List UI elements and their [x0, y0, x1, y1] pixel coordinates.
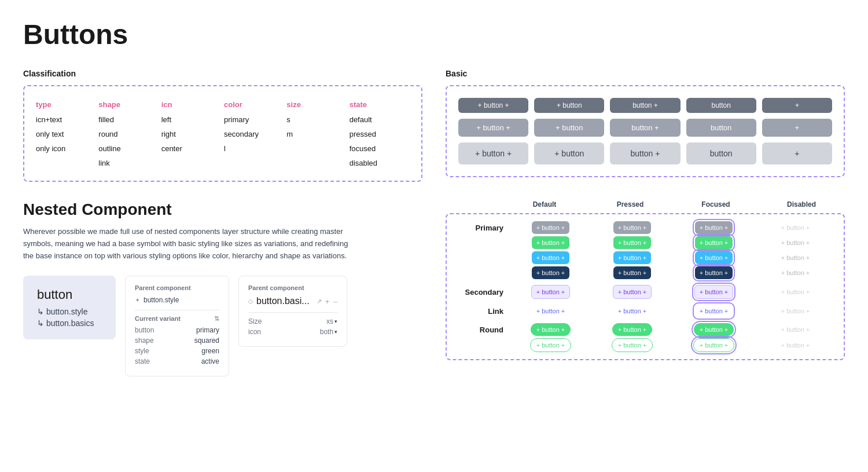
primary-focused-green[interactable]: + button +	[695, 236, 733, 249]
secondary-focused[interactable]: + button +	[694, 285, 734, 299]
round-default-outline[interactable]: + button +	[530, 338, 572, 352]
state-col-empty	[448, 200, 500, 208]
basic-btn-r2c1[interactable]: + button +	[458, 119, 528, 137]
primary-default-gray[interactable]: + button +	[532, 221, 570, 234]
size-row4	[286, 157, 347, 169]
component-main: button	[37, 287, 102, 302]
primary-focused-dark[interactable]: + button +	[695, 266, 733, 279]
basic-btn-r3c4[interactable]: button	[686, 142, 756, 164]
primary-default-blue[interactable]: + button +	[532, 251, 570, 264]
icn-row3: center	[161, 142, 222, 155]
basic-btn-r1c5[interactable]: +	[762, 98, 832, 113]
type-row1: icn+text	[36, 114, 96, 126]
link-default[interactable]: + button +	[532, 305, 570, 317]
basic-btn-r2c5[interactable]: +	[762, 119, 832, 137]
size-row2: m	[286, 128, 347, 140]
link-focused[interactable]: + button +	[695, 305, 733, 317]
states-dashed-box: Primary + button + + button + + button +…	[446, 213, 845, 360]
panel1-row-shape: shape squared	[135, 336, 219, 345]
secondary-pressed[interactable]: + button +	[613, 285, 652, 299]
nested-description: Wherever possible we made full use of ne…	[23, 226, 359, 262]
col-header-color: color	[224, 98, 284, 111]
round-focused-filled[interactable]: + button +	[694, 323, 734, 336]
shape-row4: link	[98, 157, 159, 169]
panel2-title: Parent component	[248, 284, 337, 291]
col-header-shape: shape	[98, 98, 159, 111]
state-row3: focused	[350, 142, 410, 155]
round-label: Round	[456, 325, 508, 334]
nested-section: Nested Component Wherever possible we ma…	[23, 200, 422, 376]
plus-icon-panel2[interactable]: +	[325, 297, 330, 306]
nested-demo: button ↳ button.style ↳ button.basics Pa…	[23, 276, 422, 376]
chevron-icon-size: ▾	[334, 319, 337, 324]
panel1-component: ✦ button.style	[135, 296, 219, 304]
diamond-icon-panel2: ◇	[248, 298, 253, 305]
round-disabled-filled[interactable]: + button +	[775, 323, 816, 336]
panel2-row-size: Size xs ▾	[248, 317, 337, 325]
page-title: Buttons	[23, 19, 845, 50]
classification-title: Classification	[23, 69, 422, 78]
basic-btn-r2c2[interactable]: + button	[534, 119, 604, 137]
panel1-row-button: button primary	[135, 326, 219, 334]
primary-default-dark[interactable]: + button +	[532, 266, 570, 279]
nested-component-tree: button ↳ button.style ↳ button.basics	[23, 276, 116, 339]
basic-btn-r3c2[interactable]: + button	[534, 142, 604, 164]
dots-icon-panel2[interactable]: ···	[333, 297, 337, 306]
basic-btn-r3c3[interactable]: button +	[610, 142, 680, 164]
secondary-default[interactable]: + button +	[531, 285, 571, 299]
classification-box: type shape icn color size state icn+text…	[23, 85, 422, 182]
primary-focused-blue[interactable]: + button +	[695, 251, 733, 264]
color-row2: secondary	[224, 128, 284, 140]
basic-title: Basic	[446, 69, 845, 78]
basic-btn-r1c4[interactable]: button	[686, 98, 756, 113]
primary-default-green[interactable]: + button +	[532, 236, 570, 249]
primary-disabled-dark[interactable]: + button +	[777, 266, 815, 279]
basic-btn-r1c2[interactable]: + button	[534, 98, 604, 113]
type-row4	[36, 157, 96, 169]
panel1-row-style: style green	[135, 347, 219, 355]
arrows-icon: ⇅	[214, 315, 219, 323]
secondary-disabled[interactable]: + button +	[777, 286, 815, 298]
link-label: Link	[456, 307, 508, 316]
basic-btn-r1c1[interactable]: + button +	[458, 98, 528, 113]
col-header-state: state	[350, 98, 410, 111]
secondary-label: Secondary	[456, 288, 508, 297]
nested-title: Nested Component	[23, 200, 422, 219]
primary-pressed-green[interactable]: + button +	[613, 236, 652, 249]
primary-disabled-gray[interactable]: + button +	[777, 221, 815, 234]
primary-label: Primary	[456, 224, 508, 232]
col-header-focused: Focused	[675, 200, 757, 208]
round-pressed-outline[interactable]: + button +	[612, 338, 653, 352]
primary-pressed-gray[interactable]: + button +	[613, 221, 652, 234]
col-header-size: size	[286, 98, 347, 111]
round-focused-outline[interactable]: + button +	[693, 338, 735, 352]
size-row1: s	[286, 114, 347, 126]
basic-btn-r1c3[interactable]: button +	[610, 98, 680, 113]
col-header-disabled: Disabled	[760, 200, 843, 208]
link-pressed[interactable]: + button +	[613, 305, 652, 317]
state-row2: pressed	[350, 128, 410, 140]
primary-pressed-blue[interactable]: + button +	[613, 251, 652, 264]
primary-disabled-green[interactable]: + button +	[777, 236, 815, 249]
panel1-row-state: state active	[135, 357, 219, 365]
icn-row4	[161, 157, 222, 169]
round-disabled-outline[interactable]: + button +	[775, 339, 816, 352]
primary-pressed-dark[interactable]: + button +	[613, 266, 652, 279]
primary-disabled-blue[interactable]: + button +	[777, 251, 815, 264]
basic-btn-r2c4[interactable]: button	[686, 119, 756, 137]
panel1-component-name: button.style	[144, 296, 179, 304]
col-header-icn: icn	[161, 98, 222, 111]
basic-btn-r2c3[interactable]: button +	[610, 119, 680, 137]
parent-component-panel2: Parent component ◇ button.basi... ↗ + ··…	[238, 276, 347, 347]
classification-grid: type shape icn color size state icn+text…	[36, 98, 410, 169]
parent-component-panel1: Parent component ✦ button.style Current …	[125, 276, 229, 376]
link-disabled[interactable]: + button +	[777, 305, 815, 317]
shape-row3: outline	[98, 142, 159, 155]
link-icon: ↗	[317, 298, 322, 305]
basic-btn-r3c5[interactable]: +	[762, 142, 832, 164]
round-pressed-filled[interactable]: + button +	[612, 323, 653, 336]
round-default-filled[interactable]: + button +	[531, 323, 571, 336]
basic-btn-r3c1[interactable]: + button +	[458, 142, 528, 164]
type-row2: only text	[36, 128, 96, 140]
primary-focused-gray[interactable]: + button +	[695, 221, 733, 234]
